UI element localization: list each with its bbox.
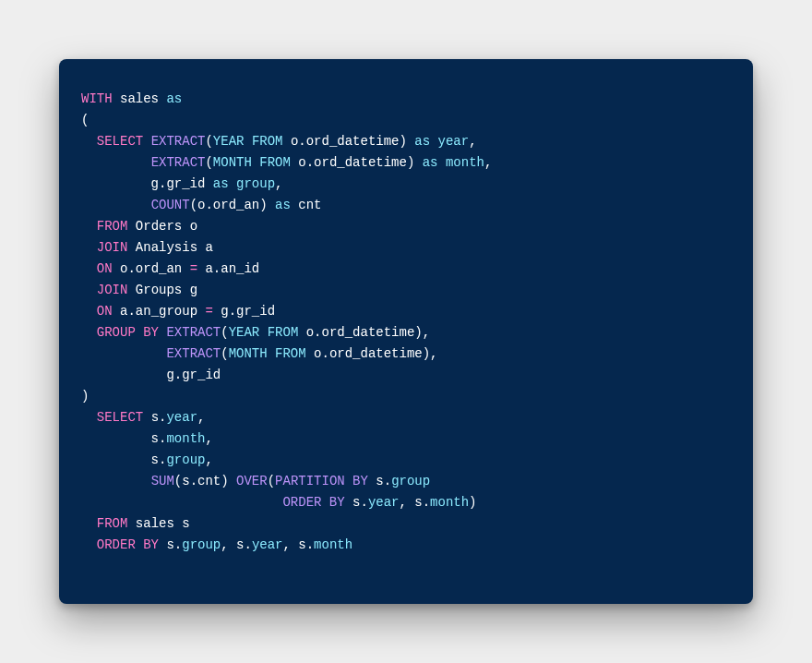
- code-token: FROM: [275, 346, 306, 361]
- code-token: month: [430, 495, 469, 510]
- code-token: FROM: [268, 325, 299, 340]
- code-token: , s.: [221, 537, 252, 552]
- code-token: WITH: [81, 91, 113, 106]
- code-token: ,: [205, 452, 212, 467]
- code-token: YEAR: [229, 325, 260, 340]
- code-token: g.gr_id: [213, 304, 275, 319]
- code-token: as: [423, 155, 438, 170]
- code-token: sales: [113, 91, 167, 106]
- code-token: OVER: [236, 474, 268, 488]
- code-token: ): [81, 389, 89, 404]
- code-token: [81, 155, 151, 170]
- code-token: ,: [484, 155, 492, 170]
- code-token: g.gr_id: [81, 368, 221, 382]
- code-token: [345, 474, 352, 488]
- code-token: Groups g: [127, 283, 197, 297]
- code-token: as: [213, 176, 229, 191]
- code-token: =: [190, 261, 197, 276]
- code-token: month: [446, 155, 484, 170]
- code-token: group: [166, 452, 205, 467]
- code-token: [81, 410, 97, 425]
- code-token: (: [268, 474, 275, 488]
- code-token: ,: [205, 431, 212, 446]
- code-token: EXTRACT: [151, 155, 206, 170]
- code-token: month: [314, 537, 352, 552]
- code-token: [81, 240, 97, 255]
- code-token: (: [221, 325, 228, 340]
- code-token: (: [205, 134, 212, 149]
- code-token: EXTRACT: [166, 346, 221, 361]
- code-token: a.an_group: [113, 304, 206, 319]
- code-token: year: [438, 134, 470, 149]
- code-token: ,: [197, 410, 205, 425]
- code-token: (: [205, 155, 212, 170]
- code-token: [81, 219, 97, 234]
- code-token: sales s: [127, 516, 189, 531]
- code-token: BY: [352, 474, 368, 488]
- code-token: MONTH: [229, 346, 268, 361]
- code-token: o.ord_datetime): [282, 134, 414, 149]
- code-token: JOIN: [97, 283, 128, 297]
- code-token: MONTH: [213, 155, 252, 170]
- code-token: YEAR: [213, 134, 245, 149]
- code-token: [252, 155, 259, 170]
- code-token: SUM: [151, 474, 174, 488]
- code-token: s.: [81, 431, 166, 446]
- code-token: [229, 176, 236, 191]
- code-token: [81, 304, 97, 319]
- code-token: a.an_id: [197, 261, 259, 276]
- code-token: s.: [81, 452, 166, 467]
- code-token: s.: [159, 537, 182, 552]
- code-token: s.: [345, 495, 368, 510]
- code-token: year: [368, 495, 400, 510]
- code-token: [81, 537, 97, 552]
- code-token: s.: [143, 410, 166, 425]
- code-token: GROUP BY: [97, 325, 159, 340]
- code-token: group: [182, 537, 221, 552]
- code-token: SELECT: [97, 410, 143, 425]
- code-token: [268, 346, 275, 361]
- code-token: [143, 134, 150, 149]
- code-token: FROM: [252, 134, 283, 149]
- code-token: , s.: [282, 537, 314, 552]
- code-token: ,: [275, 176, 282, 191]
- code-token: [81, 283, 97, 297]
- code-token: g.gr_id: [81, 176, 213, 191]
- code-token: ON: [97, 261, 113, 276]
- code-token: ON: [97, 304, 113, 319]
- code-token: [81, 474, 151, 488]
- code-token: FROM: [259, 155, 291, 170]
- code-token: [81, 261, 97, 276]
- code-token: as: [275, 198, 291, 212]
- code-token: group: [391, 474, 430, 488]
- code-token: ORDER BY: [97, 537, 159, 552]
- code-token: o.ord_an: [113, 261, 190, 276]
- code-token: , s.: [399, 495, 430, 510]
- code-token: FROM: [97, 516, 128, 531]
- code-token: group: [236, 176, 275, 191]
- code-token: cnt: [291, 198, 322, 212]
- code-token: (o.ord_an): [190, 198, 275, 212]
- code-token: [259, 325, 267, 340]
- code-token: Analysis a: [127, 240, 212, 255]
- code-token: FROM: [97, 219, 128, 234]
- code-token: EXTRACT: [151, 134, 206, 149]
- code-token: year: [166, 410, 197, 425]
- code-token: ORDER BY: [282, 495, 344, 510]
- code-card: WITH sales as ( SELECT EXTRACT(YEAR FROM…: [59, 59, 753, 604]
- code-token: PARTITION: [275, 474, 345, 488]
- code-token: =: [205, 304, 212, 319]
- code-token: month: [166, 431, 205, 446]
- code-token: (: [81, 113, 89, 127]
- code-token: year: [252, 537, 283, 552]
- code-token: ,: [469, 134, 476, 149]
- code-token: COUNT: [151, 198, 190, 212]
- code-token: (: [221, 346, 228, 361]
- code-token: [438, 155, 446, 170]
- code-token: as: [166, 91, 182, 106]
- sql-code-block: WITH sales as ( SELECT EXTRACT(YEAR FROM…: [81, 89, 731, 556]
- code-token: Orders o: [127, 219, 197, 234]
- code-token: [430, 134, 437, 149]
- code-token: [81, 346, 166, 361]
- code-token: JOIN: [97, 240, 128, 255]
